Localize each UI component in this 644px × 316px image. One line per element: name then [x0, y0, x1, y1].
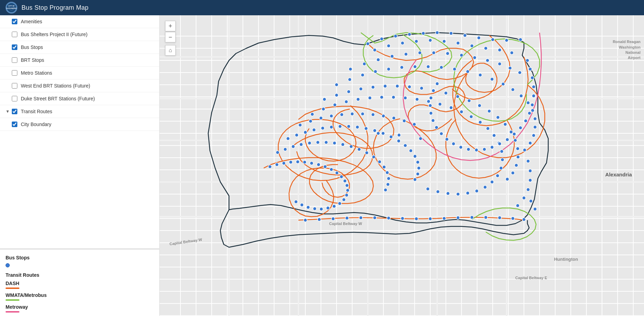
legend-route-name-metroway: Metroway	[6, 304, 154, 310]
checkbox-metro-stations[interactable]	[12, 70, 17, 76]
bus-stops-legend-item	[6, 263, 154, 267]
layer-item-west-end-brt[interactable]: West End BRT Stations (Future)	[0, 80, 159, 92]
legend-panel: Bus Stops Transit Routes DASH WMATA/Metr…	[0, 249, 159, 316]
legend-route-metroway: Metroway	[6, 304, 154, 313]
legend-route-dash: DASH	[6, 281, 154, 289]
layer-item-bus-stops[interactable]: Bus Stops	[0, 41, 159, 54]
map-container[interactable]: + − ⌂	[160, 15, 644, 316]
svg-text:ALEXANDRIA: ALEXANDRIA	[6, 8, 17, 9]
checkbox-transit-routes[interactable]	[12, 109, 17, 114]
map-background	[160, 15, 644, 316]
legend-route-line-metroway	[6, 311, 19, 313]
layer-item-city-boundary[interactable]: City Boundary	[0, 118, 159, 131]
layer-label-west-end-brt: West End BRT Stations (Future)	[21, 83, 90, 89]
bus-stop-dot	[6, 263, 10, 267]
zoom-out-button[interactable]: −	[165, 32, 176, 42]
checkbox-amenities[interactable]	[12, 19, 17, 24]
zoom-in-button[interactable]: +	[165, 21, 176, 31]
checkbox-bus-shelters[interactable]	[12, 32, 17, 37]
home-button[interactable]: ⌂	[165, 45, 176, 56]
layer-label-duke-street-brt: Duke Street BRT Stations (Future)	[21, 96, 95, 101]
layer-label-metro-stations: Metro Stations	[21, 70, 52, 76]
bus-stops-legend-title: Bus Stops	[6, 255, 154, 260]
legend-route-name-dash: DASH	[6, 281, 154, 286]
layer-item-transit-routes[interactable]: ▼Transit Routes	[0, 105, 159, 118]
legend-route-line-wmata	[6, 299, 19, 301]
transit-routes-legend-title: Transit Routes	[6, 272, 154, 278]
checkbox-bus-stops[interactable]	[12, 44, 17, 50]
checkbox-city-boundary[interactable]	[12, 122, 17, 127]
layer-item-amenities[interactable]: Amenities	[0, 15, 159, 28]
main-layout: Amenities Bus Shelters Project II (Futur…	[0, 15, 644, 316]
checkbox-duke-street-brt[interactable]	[12, 96, 17, 101]
legend-route-line-dash	[6, 288, 19, 289]
layer-label-brt-stops: BRT Stops	[21, 57, 44, 63]
layer-label-city-boundary: City Boundary	[21, 122, 51, 127]
checkbox-west-end-brt[interactable]	[12, 83, 17, 89]
sidebar: Amenities Bus Shelters Project II (Futur…	[0, 15, 160, 316]
routes-legend: DASH WMATA/Metrobus Metroway	[6, 281, 154, 313]
checkbox-brt-stops[interactable]	[12, 57, 17, 63]
layer-label-bus-stops: Bus Stops	[21, 44, 43, 50]
page-title: Bus Stop Program Map	[22, 4, 88, 11]
layer-item-metro-stations[interactable]: Metro Stations	[0, 67, 159, 80]
layer-list: Amenities Bus Shelters Project II (Futur…	[0, 15, 159, 249]
layer-item-brt-stops[interactable]: BRT Stops	[0, 54, 159, 67]
layer-item-duke-street-brt[interactable]: Duke Street BRT Stations (Future)	[0, 92, 159, 105]
map-controls: + − ⌂	[165, 21, 176, 56]
header: CITY OF ALEXANDRIA Bus Stop Program Map	[0, 0, 644, 15]
legend-route-name-wmata: WMATA/Metrobus	[6, 292, 154, 298]
layer-item-bus-shelters[interactable]: Bus Shelters Project II (Future)	[0, 28, 159, 41]
layer-label-amenities: Amenities	[21, 19, 42, 24]
layer-label-bus-shelters: Bus Shelters Project II (Future)	[21, 32, 87, 37]
expand-arrow-transit-routes: ▼	[6, 109, 11, 114]
logo: CITY OF ALEXANDRIA	[6, 2, 17, 14]
layer-label-transit-routes: Transit Routes	[21, 109, 52, 114]
legend-route-wmata: WMATA/Metrobus	[6, 292, 154, 301]
